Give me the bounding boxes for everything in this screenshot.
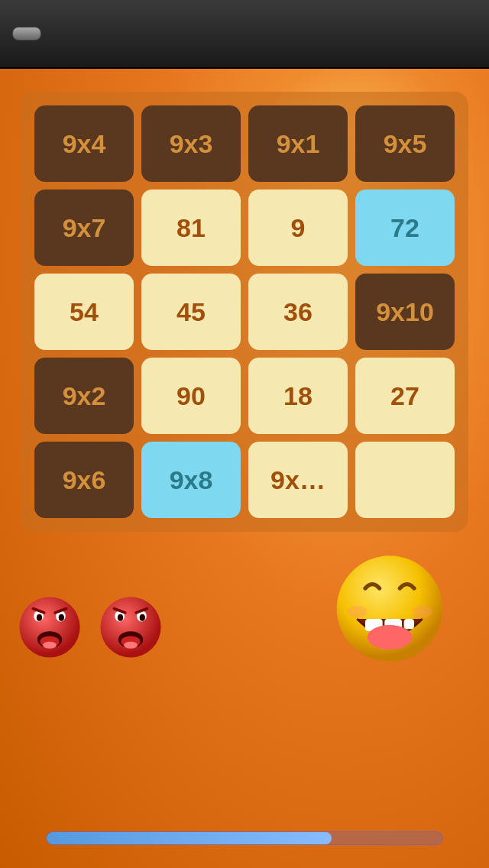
grid-cell-7[interactable]: 72 [355,189,455,266]
angry-emoji-1 [15,591,84,660]
grid-cell-5[interactable]: 81 [141,189,241,266]
grid-cell-15[interactable]: 27 [355,358,455,434]
grid-cell-6[interactable]: 9 [248,189,348,266]
laugh-emoji [329,546,451,668]
svg-point-9 [43,642,57,649]
progress-bar-background [46,831,443,845]
grid-cell-10[interactable]: 36 [248,274,348,350]
back-button[interactable] [12,27,41,40]
angry-emoji-2 [96,591,165,660]
svg-rect-23 [404,619,414,629]
grid-cell-1[interactable]: 9x3 [141,105,241,182]
svg-point-4 [59,614,64,621]
svg-point-26 [412,606,432,618]
progress-bar-fill [47,832,332,844]
grid-cell-17[interactable]: 9x8 [141,442,241,518]
grid-cell-14[interactable]: 18 [248,358,348,434]
svg-point-25 [347,606,368,618]
svg-point-19 [124,642,138,649]
grid-cell-3[interactable]: 9x5 [355,105,455,182]
grid-cell-19[interactable] [355,442,455,518]
grid-cell-16[interactable]: 9x6 [34,442,134,518]
bottom-area [15,546,474,668]
game-grid: 9x49x39x19x59x7819725445369x109x29018279… [21,92,468,532]
svg-point-14 [140,614,145,621]
grid-cell-13[interactable]: 90 [141,358,241,434]
svg-point-13 [118,614,123,621]
grid-cell-9[interactable]: 45 [141,274,241,350]
grid-cell-11[interactable]: 9x10 [355,274,455,350]
grid-cell-12[interactable]: 9x2 [34,358,134,434]
svg-point-24 [368,625,413,649]
main-content: 9x49x39x19x59x7819725445369x109x29018279… [0,69,489,868]
svg-point-3 [37,614,42,621]
grid-cell-18[interactable]: 9x… [248,442,348,518]
grid-cell-0[interactable]: 9x4 [34,105,134,182]
grid-cell-8[interactable]: 54 [34,274,134,350]
grid-cell-2[interactable]: 9x1 [248,105,348,182]
grid-cell-4[interactable]: 9x7 [34,189,134,266]
progress-container [46,831,443,845]
header-bar [0,0,489,69]
